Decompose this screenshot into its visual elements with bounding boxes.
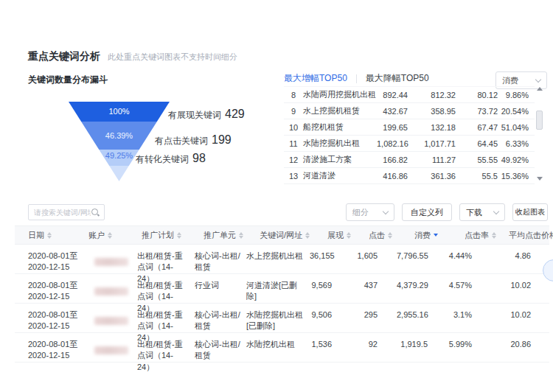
ctr-cell: 5.99%	[447, 333, 491, 362]
cost-cell: 2,955.16	[397, 304, 447, 332]
current-cell: 1,082.16	[377, 139, 408, 148]
col-header-date[interactable]: 日期	[28, 230, 88, 241]
ranking-row[interactable]: 10 船挖机租赁 199.65 132.18 67.47 51.04%	[284, 119, 535, 136]
avg-cpc-cell: 20.86	[491, 333, 550, 362]
cost-cell: 7,796.55	[397, 245, 447, 273]
sort-icon[interactable]	[388, 232, 392, 239]
col-header-label: 消费	[414, 230, 431, 241]
change-cell: 55.5	[456, 172, 498, 181]
impressions-cell: 1,536	[310, 333, 351, 362]
ranking-scrollbar[interactable]	[536, 87, 543, 181]
ranking-row[interactable]: 9 水上挖掘机租赁 432.67 358.95 73.72 20.54%	[284, 103, 535, 119]
download-button[interactable]: 下载	[459, 203, 505, 221]
col-header-clicks[interactable]: 点击	[369, 230, 414, 241]
plan-cell: 出租/租赁-重点词（14-24）	[137, 245, 195, 273]
ranking-row[interactable]: 12 清淤施工方案 166.82 111.27 55.55 49.92%	[284, 152, 535, 168]
col-header-avg-cpc[interactable]: 平均点击价格	[509, 230, 553, 241]
table-row[interactable]: 2020-08-01至2020-12-15 出租/租赁-重点词（14-24） 行…	[15, 274, 549, 304]
sort-icon[interactable]	[177, 232, 181, 239]
sort-icon[interactable]	[305, 232, 310, 239]
col-header-label: 点击率	[465, 230, 489, 241]
col-header-label: 推广单元	[204, 230, 236, 241]
tab-top-increase[interactable]: 最大增幅TOP50	[284, 72, 347, 85]
chevron-down-icon	[383, 208, 389, 214]
redacted-account	[94, 258, 128, 266]
account-cell	[84, 274, 137, 303]
col-header-impressions[interactable]: 展现	[327, 230, 369, 241]
col-header-account[interactable]: 账户	[88, 230, 142, 241]
clicks-cell: 92	[351, 333, 397, 362]
date-cell: 2020-08-01至2020-12-15	[28, 245, 84, 273]
unit-cell: 核心词-出租/租赁	[195, 333, 246, 362]
keyword-cell: 船挖机租赁	[303, 122, 377, 133]
current-cell: 166.82	[377, 155, 408, 164]
change-cell: 67.47	[456, 123, 498, 132]
collapse-chart-label: 收起图表	[515, 207, 545, 217]
impressions-cell: 36,155	[310, 245, 351, 273]
keyword-search[interactable]	[28, 204, 105, 220]
segment-select[interactable]: 细分	[346, 203, 394, 221]
ranking-row[interactable]: 8 水陆两用挖掘机出租 892.44 812.32 80.12 9.86%	[284, 86, 535, 103]
col-header-keyword[interactable]: 关键词/网址	[260, 230, 327, 241]
table-row[interactable]: 2020-08-01至2020-12-15 出租/租赁-重点词（14-24） 核…	[15, 304, 549, 333]
col-header-unit[interactable]: 推广单元	[204, 230, 260, 241]
col-header-plan[interactable]: 推广计划	[142, 230, 204, 241]
ranking-row[interactable]: 11 水陆挖掘机出租 1,082.16 1,017.71 64.45 6.33%	[284, 136, 535, 152]
collapse-chart-button[interactable]: 收起图表	[512, 203, 548, 221]
search-icon[interactable]	[91, 208, 100, 217]
keyword-cell: 水陆挖掘机出租	[303, 138, 377, 149]
account-cell	[84, 245, 137, 273]
scrollbar-thumb[interactable]	[536, 111, 543, 130]
col-header-ctr[interactable]: 点击率	[465, 230, 509, 241]
col-header-label: 推广计划	[142, 230, 174, 241]
sort-icon[interactable]	[239, 232, 243, 239]
scroll-down-icon[interactable]	[537, 177, 543, 181]
sort-icon[interactable]	[347, 232, 351, 239]
sort-icon[interactable]	[108, 232, 112, 239]
custom-columns-label: 自定义列	[411, 207, 443, 218]
redacted-account	[94, 346, 128, 354]
funnel-stage3-value: 98	[192, 152, 206, 164]
table-row[interactable]: 2020-08-01至2020-12-15 出租/租赁-重点词（14-24） 核…	[15, 245, 549, 274]
funnel-section-title: 关键词数量分布漏斗	[28, 74, 108, 86]
clicks-cell: 437	[351, 274, 397, 303]
ctr-cell: 4.57%	[447, 274, 491, 303]
funnel-stage3-label: 有转化关键词98	[136, 152, 206, 166]
scroll-up-icon[interactable]	[537, 87, 543, 91]
chevron-down-icon	[535, 76, 541, 82]
date-cell: 2020-08-01至2020-12-15	[28, 333, 84, 362]
impressions-cell: 9,569	[310, 274, 351, 303]
funnel-stage1-value: 429	[225, 108, 245, 120]
tab-top-decrease[interactable]: 最大降幅TOP50	[366, 72, 429, 85]
change-cell: 80.12	[456, 91, 498, 99]
unit-cell: 行业词	[195, 274, 246, 303]
ranking-table: 8 水陆两用挖掘机出租 892.44 812.32 80.12 9.86% 9 …	[284, 86, 535, 184]
table-row[interactable]: 2020-08-01至2020-12-15 出租/租赁-重点词（14-24） 核…	[15, 333, 549, 363]
account-cell	[84, 304, 137, 332]
change-rate-cell: 15.36%	[498, 172, 529, 181]
sort-icon[interactable]	[492, 232, 496, 239]
sort-icon[interactable]	[47, 232, 52, 239]
ranking-tabs: 最大增幅TOP50 最大降幅TOP50	[284, 72, 429, 85]
funnel-stage3-text: 有转化关键词	[136, 154, 189, 164]
plan-cell: 出租/租赁-重点词（14-24）	[137, 304, 195, 332]
ctr-cell: 4.44%	[447, 245, 491, 273]
custom-columns-button[interactable]: 自定义列	[402, 203, 452, 221]
current-cell: 432.67	[377, 107, 408, 116]
ranking-row[interactable]: 13 河道清淤 416.86 361.36 55.5 15.36%	[284, 168, 535, 184]
rank-cell: 9	[284, 107, 303, 116]
rank-cell: 12	[284, 155, 303, 164]
search-input[interactable]	[29, 209, 91, 217]
keyword-cell: 水陆挖掘机出租[已删除]	[246, 304, 310, 332]
page-header: 重点关键词分析 此处重点关键词图表不支持时间细分	[28, 50, 237, 63]
col-header-label: 平均点击价格	[509, 230, 553, 241]
change-cell: 55.55	[456, 155, 498, 164]
clicks-cell: 1,605	[351, 245, 397, 273]
col-header-cost[interactable]: 消费	[414, 230, 465, 241]
page-subtitle: 此处重点关键词图表不支持时间细分	[108, 52, 237, 63]
keyword-cell: 水上挖掘机出租	[246, 245, 310, 273]
previous-cell: 1,017.71	[408, 139, 456, 148]
sort-icon-active[interactable]	[434, 234, 438, 237]
funnel-tip	[69, 166, 170, 181]
impressions-cell: 9,506	[310, 304, 351, 332]
